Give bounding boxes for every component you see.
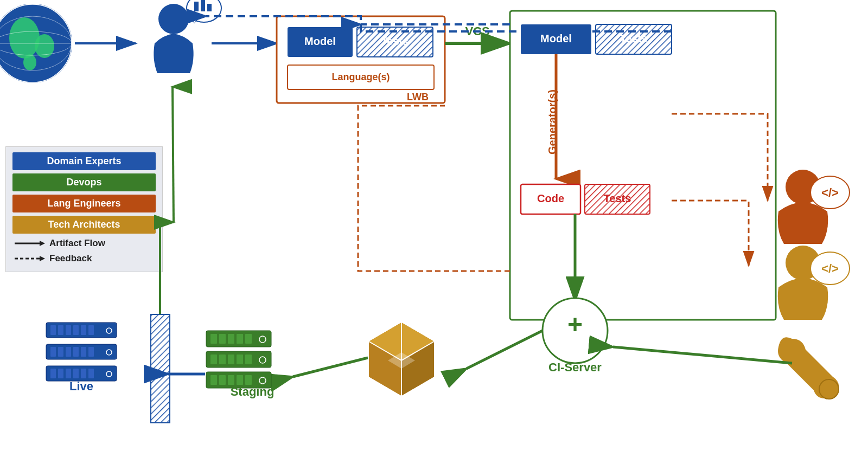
- svg-rect-78: [88, 325, 94, 335]
- model-label-lwb: Model: [304, 35, 336, 47]
- svg-rect-33: [207, 4, 212, 11]
- svg-rect-54: [228, 334, 234, 344]
- staging-label: Staging: [231, 385, 275, 398]
- staging-servers: Staging: [206, 331, 274, 398]
- language-label: Language(s): [331, 72, 390, 82]
- svg-point-96: [819, 379, 839, 399]
- svg-point-23: [35, 34, 54, 58]
- svg-rect-31: [194, 2, 199, 11]
- svg-rect-59: [210, 355, 217, 364]
- svg-point-87: [106, 350, 112, 355]
- svg-rect-68: [228, 375, 234, 385]
- svg-rect-82: [58, 347, 63, 357]
- svg-point-28: [158, 4, 189, 34]
- svg-text:</>: </>: [821, 186, 839, 199]
- svg-rect-83: [66, 347, 71, 357]
- svg-rect-90: [58, 369, 63, 378]
- svg-rect-81: [50, 347, 56, 357]
- svg-rect-75: [66, 325, 71, 335]
- ci-server-plus: +: [567, 310, 583, 339]
- svg-point-95: [106, 371, 112, 377]
- svg-rect-85: [81, 347, 86, 357]
- ci-server-label: CI-Server: [548, 360, 602, 374]
- svg-rect-73: [50, 325, 56, 335]
- svg-point-71: [259, 377, 266, 384]
- code-label: Code: [537, 192, 564, 204]
- svg-rect-62: [237, 355, 243, 364]
- diagram-container: Domain Experts Devops Lang Engineers Tec…: [0, 0, 868, 464]
- arrow-package-to-staging: [293, 358, 368, 377]
- domain-expert-person: [154, 0, 221, 73]
- tests-label-ci: Tests: [620, 33, 648, 44]
- live-servers: Live: [46, 323, 117, 393]
- svg-rect-69: [237, 375, 243, 385]
- svg-rect-61: [228, 355, 234, 364]
- svg-rect-77: [81, 325, 86, 335]
- live-label: Live: [69, 379, 93, 393]
- generator-label: Generator(s): [546, 89, 558, 154]
- svg-rect-76: [73, 325, 79, 335]
- svg-point-24: [23, 54, 36, 70]
- svg-rect-53: [219, 334, 226, 344]
- svg-rect-56: [245, 334, 252, 344]
- svg-rect-66: [210, 375, 217, 385]
- svg-rect-89: [50, 369, 56, 378]
- ci-outer-box: [510, 11, 776, 320]
- arrow-ci-to-package: [467, 331, 542, 369]
- svg-point-22: [9, 17, 40, 59]
- svg-point-57: [259, 336, 266, 343]
- main-diagram-svg: Model Tests Language(s) LWB VCS Model Te…: [0, 0, 868, 464]
- package-cube: [369, 323, 434, 396]
- svg-rect-67: [219, 375, 226, 385]
- svg-rect-32: [201, 0, 205, 11]
- lwb-label: LWB: [407, 92, 429, 102]
- arrow-green-up-to-person: [173, 87, 174, 222]
- svg-point-64: [259, 357, 266, 363]
- svg-rect-55: [237, 334, 243, 344]
- code-box: Code Tests: [521, 184, 650, 214]
- arrow-techarch-to-ci: [613, 347, 792, 363]
- deployment-pipe: [151, 314, 170, 423]
- svg-rect-52: [210, 334, 217, 344]
- svg-rect-84: [73, 347, 79, 357]
- tech-architect-head-icon: </>: [778, 246, 850, 320]
- model-label-ci: Model: [540, 33, 572, 44]
- svg-rect-70: [245, 375, 252, 385]
- svg-point-79: [106, 328, 112, 333]
- arrow-green-up-feedback: [160, 222, 174, 314]
- svg-rect-60: [219, 355, 226, 364]
- tech-architect-icon: [778, 337, 839, 399]
- svg-rect-63: [245, 355, 252, 364]
- svg-rect-92: [73, 369, 79, 378]
- svg-rect-91: [66, 369, 71, 378]
- tests-label-code: Tests: [604, 192, 631, 204]
- globe-icon: [0, 4, 72, 82]
- feedback-orange-loop: [358, 106, 510, 271]
- tests-label-lwb: Tests: [381, 35, 409, 47]
- svg-rect-93: [81, 369, 86, 378]
- svg-text:</>: </>: [821, 262, 839, 275]
- ci-model-tests: Model Tests: [521, 24, 672, 54]
- lang-engineer-icon: </>: [778, 170, 850, 244]
- svg-rect-86: [88, 347, 94, 357]
- svg-rect-94: [88, 369, 94, 378]
- svg-rect-74: [58, 325, 63, 335]
